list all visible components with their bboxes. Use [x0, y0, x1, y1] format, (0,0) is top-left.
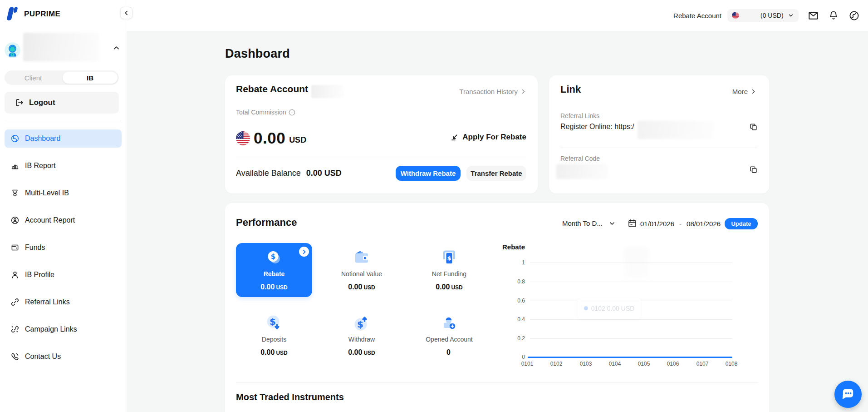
notional-value-icon — [324, 249, 400, 266]
user-row[interactable] — [5, 33, 122, 61]
y-axis-tick: 0.6 — [480, 298, 525, 303]
sidebar-item-referral-links[interactable]: Referral Links — [5, 293, 122, 311]
toggle-ib[interactable]: IB — [63, 72, 118, 84]
x-axis-tick: 0103 — [571, 361, 600, 367]
performance-metrics: $ Rebate 0.00USD — [236, 243, 487, 362]
referral-link-text: Register Online: https:/ — [560, 123, 634, 131]
metric-net-funding[interactable]: $ Net Funding 0.00USD — [411, 243, 487, 297]
sidebar-menu: Dashboard IB Report Multi-Level IB Accou… — [5, 129, 122, 375]
date-to[interactable]: 08/01/2026 — [687, 220, 721, 228]
referral-links-icon — [10, 298, 20, 307]
apply-rebate-icon — [450, 133, 459, 142]
copy-icon[interactable] — [749, 123, 758, 131]
withdraw-rebate-button[interactable]: Withdraw Rebate — [396, 166, 461, 181]
copy-icon[interactable] — [749, 165, 758, 174]
globe-icon — [848, 10, 860, 21]
chat-icon — [839, 386, 857, 403]
divider — [236, 157, 526, 157]
redacted-username — [23, 33, 99, 61]
funds-icon — [10, 243, 20, 252]
svg-text:$: $ — [357, 319, 363, 330]
metric-deposits[interactable]: $ Deposits 0.00USD — [236, 308, 312, 362]
sidebar-item-account-report[interactable]: Account Report — [5, 211, 122, 229]
toggle-client[interactable]: Client — [5, 74, 62, 82]
sidebar-item-label: Account Report — [25, 216, 75, 224]
metric-label: Notional Value — [324, 270, 400, 278]
chevron-up-icon[interactable] — [113, 45, 120, 51]
chart-line-series — [528, 357, 732, 358]
tooltip-series-dot — [584, 306, 588, 310]
chevron-right-icon — [750, 89, 756, 94]
notifications-button[interactable] — [828, 10, 839, 21]
metric-rebate[interactable]: $ Rebate 0.00USD — [236, 243, 312, 297]
mail-button[interactable] — [807, 10, 819, 21]
svg-text:$: $ — [447, 255, 451, 262]
chevron-down-icon — [788, 13, 794, 18]
transaction-history-link[interactable]: Transaction History — [459, 88, 526, 95]
sidebar-item-campaign-links[interactable]: Campaign Links — [5, 320, 122, 338]
sidebar-item-funds[interactable]: Funds — [5, 238, 122, 257]
sidebar-item-label: Contact Us — [25, 352, 61, 361]
net-funding-icon: $ — [411, 249, 487, 266]
account-selector[interactable]: (0 USD) — [727, 9, 799, 22]
y-axis-tick: 1 — [480, 260, 525, 265]
logout-icon — [15, 98, 24, 107]
metric-label: Deposits — [236, 336, 312, 343]
metric-notional-value[interactable]: Notional Value 0.00USD — [324, 243, 400, 297]
chevron-left-icon — [123, 10, 129, 16]
metric-withdraw[interactable]: $ Withdraw 0.00USD — [324, 308, 400, 362]
chat-widget-button[interactable] — [834, 381, 862, 408]
chart-tooltip-ghost: 0102 0.00 USD — [578, 298, 641, 319]
metric-opened-account[interactable]: Opened Account 0 — [411, 308, 487, 362]
gridline — [530, 263, 732, 263]
us-flag-icon — [732, 12, 739, 19]
svg-text:$: $ — [270, 316, 276, 327]
logout-button[interactable]: Logout — [5, 92, 119, 114]
x-axis-tick: 0106 — [658, 361, 687, 367]
language-button[interactable] — [848, 10, 860, 21]
sidebar-item-dashboard[interactable]: Dashboard — [5, 129, 122, 148]
sidebar-item-label: IB Report — [25, 162, 56, 170]
metric-label: Opened Account — [411, 336, 487, 343]
info-icon[interactable] — [289, 109, 295, 116]
sidebar-item-ib-profile[interactable]: IB Profile — [5, 266, 122, 284]
gridline — [530, 338, 732, 339]
x-axis-tick: 0105 — [629, 361, 658, 367]
account-balance: (0 USD) — [760, 12, 784, 19]
date-from[interactable]: 01/01/2026 — [640, 220, 674, 228]
sidebar-item-label: Campaign Links — [25, 325, 77, 333]
withdraw-icon: $ — [324, 314, 400, 332]
metric-value: 0.00USD — [324, 283, 400, 291]
chart-blur-artifact — [624, 248, 649, 279]
sidebar-item-contact-us[interactable]: Contact Us — [5, 347, 122, 366]
sidebar: PUPRIME Cli — [0, 0, 126, 412]
y-axis-tick: 0.4 — [480, 317, 525, 322]
redacted-account-number — [311, 85, 344, 98]
commission-currency: USD — [289, 135, 306, 145]
page-title: Dashboard — [225, 47, 290, 61]
performance-card: Performance Month To D... 01/01/2026 - 0… — [225, 203, 769, 412]
date-range-inputs[interactable]: 01/01/2026 - 08/01/2026 — [640, 220, 721, 228]
bell-icon — [828, 10, 839, 21]
more-link[interactable]: More — [732, 88, 756, 95]
us-flag-icon — [236, 131, 250, 145]
sidebar-item-label: Funds — [25, 243, 45, 252]
transfer-rebate-button[interactable]: Transfer Rebate — [466, 166, 526, 181]
sidebar-item-multi-level-ib[interactable]: Multi-Level IB — [5, 184, 122, 202]
sidebar-collapse-button[interactable] — [120, 7, 132, 19]
brand-logo[interactable]: PUPRIME — [6, 6, 60, 22]
update-button[interactable]: Update — [725, 218, 758, 229]
commission-amount: 0.00 — [254, 129, 285, 147]
sidebar-item-ib-report[interactable]: IB Report — [5, 157, 122, 175]
sidebar-item-label: Multi-Level IB — [25, 189, 69, 197]
gridline — [530, 282, 732, 282]
app: Rebate Account — [0, 0, 868, 412]
x-axis-tick: 0102 — [542, 361, 571, 367]
metric-value: 0 — [411, 348, 487, 357]
date-range-select[interactable]: Month To D... — [562, 219, 615, 227]
redacted-referral-url — [638, 121, 714, 139]
apply-for-rebate-link[interactable]: Apply For Rebate — [450, 133, 526, 142]
account-type-toggle[interactable]: Client IB — [5, 70, 119, 85]
ib-profile-icon — [10, 270, 20, 279]
calendar-icon[interactable] — [628, 218, 637, 228]
